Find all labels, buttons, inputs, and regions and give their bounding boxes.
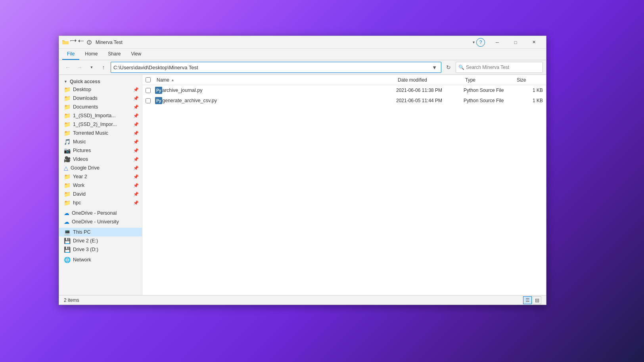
sidebar-item-drive3[interactable]: 💾 Drive 3 (D:): [59, 245, 142, 254]
search-icon: 🔍: [458, 65, 464, 70]
file-type-1: Python Source File: [464, 88, 515, 93]
sidebar-item-ssd1[interactable]: 📁 1_(SSD)_Importa... 📌: [59, 111, 142, 120]
address-input-container: ▼: [111, 62, 441, 73]
title-bar: Minerva Test ▾ ? ─ □ ✕: [59, 36, 546, 49]
drive3-icon: 💾: [64, 246, 71, 253]
column-name-label: Name: [157, 77, 169, 83]
address-dropdown-button[interactable]: ▼: [430, 65, 439, 70]
select-all-checkbox[interactable]: [146, 77, 155, 82]
network-icon: 🌐: [64, 257, 71, 263]
close-button[interactable]: ✕: [525, 36, 543, 49]
sidebar-item-pictures[interactable]: 📷 Pictures 📌: [59, 146, 142, 155]
column-size-label: Size: [517, 77, 526, 83]
onedrive-personal-icon: ☁: [64, 210, 69, 216]
pin-indicator: 📌: [133, 87, 139, 92]
sidebar-item-david[interactable]: 📁 David 📌: [59, 190, 142, 198]
tab-share[interactable]: Share: [103, 49, 125, 60]
pin-indicator: 📌: [133, 148, 139, 153]
pin-indicator: 📌: [133, 139, 139, 145]
year2-folder-icon: 📁: [64, 173, 71, 180]
sidebar-item-videos[interactable]: 🎥 Videos 📌: [59, 155, 142, 164]
back-arrow-icon: [70, 39, 77, 46]
sidebar-item-work[interactable]: 📁 Work 📌: [59, 181, 142, 190]
refresh-button[interactable]: ↻: [443, 62, 454, 73]
tab-file[interactable]: File: [62, 49, 79, 60]
svg-text:Py: Py: [156, 88, 161, 93]
search-input[interactable]: [466, 65, 540, 70]
pin-indicator: 📌: [133, 122, 139, 127]
recent-locations-button[interactable]: ▼: [86, 62, 97, 73]
column-name[interactable]: Name ▲: [155, 75, 396, 85]
ribbon-tabs: File Home Share View: [59, 49, 546, 60]
sidebar-item-documents[interactable]: 📁 Documents 📌: [59, 103, 142, 111]
sidebar-item-hpc[interactable]: 📁 hpc 📌: [59, 198, 142, 207]
window-icon: [62, 39, 69, 46]
list-view-button[interactable]: ☰: [523, 296, 532, 304]
hpc-folder-icon: 📁: [64, 200, 71, 206]
pin-indicator: 📌: [133, 166, 139, 171]
row-check-input[interactable]: [146, 88, 151, 93]
pin-indicator: 📌: [133, 192, 139, 197]
sidebar-item-label: OneDrive - University: [72, 219, 139, 225]
row-checkbox-2[interactable]: [146, 98, 155, 103]
minimize-button[interactable]: ─: [488, 36, 506, 49]
sidebar-item-label: Google Drive: [71, 165, 131, 171]
sidebar-item-drive2[interactable]: 💾 Drive 2 (E:): [59, 236, 142, 245]
sidebar-item-gdrive[interactable]: △ Google Drive 📌: [59, 164, 142, 172]
up-button[interactable]: ↑: [98, 62, 109, 73]
pin-indicator: 📌: [133, 105, 139, 110]
music-folder-icon: 🎵: [64, 139, 71, 145]
quick-access-section[interactable]: ▼ Quick access: [59, 76, 142, 85]
svg-rect-1: [62, 40, 64, 41]
drive2-icon: 💾: [64, 238, 71, 244]
column-size[interactable]: Size: [515, 75, 543, 85]
sidebar-item-label: Downloads: [73, 95, 131, 101]
address-bar: ← → ▼ ↑ ▼ ↻ 🔍: [59, 60, 546, 75]
tab-home[interactable]: Home: [80, 49, 102, 60]
forward-icon: [78, 39, 84, 46]
nav-buttons: ← → ▼ ↑: [62, 62, 109, 73]
column-headers: Name ▲ Date modified Type Size: [142, 75, 546, 85]
pin-indicator: 📌: [133, 200, 139, 206]
sidebar-item-network[interactable]: 🌐 Network: [59, 255, 142, 264]
main-area: ▼ Quick access 📁 Desktop 📌 📁 Downloads 📌…: [59, 75, 546, 295]
sidebar: ▼ Quick access 📁 Desktop 📌 📁 Downloads 📌…: [59, 75, 142, 295]
details-view-button[interactable]: ▤: [533, 296, 541, 304]
table-row[interactable]: Py generate_archive_csv.py 2021-06-05 11…: [142, 95, 546, 106]
pin-indicator: 📌: [133, 157, 139, 162]
sidebar-item-torrented[interactable]: 📁 Torrented Music 📌: [59, 129, 142, 137]
row-check-input[interactable]: [146, 98, 151, 103]
sidebar-item-year2[interactable]: 📁 Year 2 📌: [59, 172, 142, 181]
file-type-2: Python Source File: [464, 98, 515, 103]
ssd2-folder-icon: 📁: [64, 121, 71, 128]
sidebar-item-label: 1_(SSD_2)_Impor...: [73, 122, 131, 127]
column-date[interactable]: Date modified: [396, 75, 464, 85]
tab-view[interactable]: View: [126, 49, 146, 60]
quick-access-chevron: ▼: [64, 80, 67, 84]
file-date-2: 2021-06-05 11:44 PM: [396, 98, 464, 103]
sidebar-item-downloads[interactable]: 📁 Downloads 📌: [59, 94, 142, 103]
table-row[interactable]: Py archive_journal.py 2021-06-06 11:38 P…: [142, 85, 546, 95]
svg-rect-2: [62, 41, 69, 44]
python-file-icon: Py: [155, 97, 162, 104]
select-all-input[interactable]: [146, 77, 151, 82]
sidebar-item-music[interactable]: 🎵 Music 📌: [59, 137, 142, 146]
file-size-1: 1 KB: [515, 88, 543, 93]
expand-ribbon-icon[interactable]: ▾: [473, 40, 475, 44]
sidebar-item-label: David: [73, 191, 131, 197]
back-button[interactable]: ←: [62, 62, 73, 73]
address-input[interactable]: [113, 65, 430, 70]
column-type[interactable]: Type: [464, 75, 515, 85]
sidebar-item-desktop[interactable]: 📁 Desktop 📌: [59, 85, 142, 94]
file-date-1: 2021-06-06 11:38 PM: [396, 88, 464, 93]
row-checkbox-1[interactable]: [146, 88, 155, 93]
help-button[interactable]: ?: [476, 38, 485, 47]
pictures-folder-icon: 📷: [64, 147, 71, 154]
sidebar-item-ssd2[interactable]: 📁 1_(SSD_2)_Impor... 📌: [59, 120, 142, 129]
sidebar-item-onedrive-university[interactable]: ☁ OneDrive - University: [59, 217, 142, 226]
maximize-button[interactable]: □: [506, 36, 525, 49]
forward-button[interactable]: →: [74, 62, 85, 73]
sidebar-item-thispc[interactable]: 💻 This PC: [59, 228, 142, 236]
window-title: Minerva Test: [96, 40, 473, 45]
sidebar-item-onedrive-personal[interactable]: ☁ OneDrive - Personal: [59, 209, 142, 217]
